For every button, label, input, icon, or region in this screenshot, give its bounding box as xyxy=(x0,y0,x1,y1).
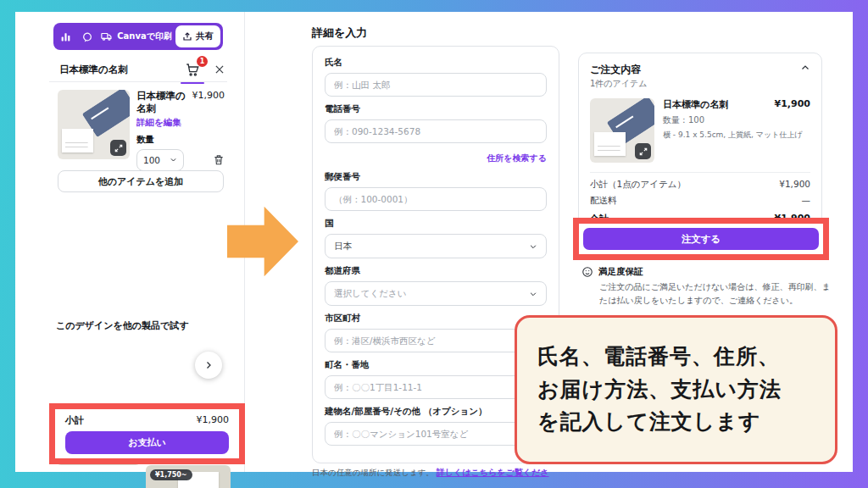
cart-badge: 1 xyxy=(197,56,208,67)
callout-line: 氏名、電話番号、住所、 xyxy=(537,341,815,374)
try-other-products-heading: このデザインを他の製品で試す xyxy=(56,319,189,332)
country-select-value: 日本 xyxy=(334,241,352,252)
panel-title: 日本標準の名刺 xyxy=(59,64,128,76)
cart-item-price: ¥1,900 xyxy=(192,90,225,115)
chevron-down-icon xyxy=(529,242,537,251)
quantity-label: 数量 xyxy=(136,134,225,146)
order-items-count: 1件のアイテム xyxy=(590,78,810,90)
editor-toolbar: Canvaで印刷 共有 xyxy=(53,23,223,50)
other-product-card[interactable]: ¥1,750~ xyxy=(146,465,231,488)
order-shipping-label: 配送料 xyxy=(590,195,617,207)
header-divider xyxy=(49,81,227,82)
shipping-info-link[interactable]: 詳しくはこちらをご覧くださ xyxy=(437,468,549,477)
form-title: 詳細を入力 xyxy=(312,25,367,41)
share-button[interactable]: 共有 xyxy=(175,25,220,47)
shipping-note-text: 日本の任意の場所に発送します。 xyxy=(312,468,437,477)
order-item-quantity: 数量：100 xyxy=(663,114,810,126)
postal-code-input[interactable] xyxy=(325,187,547,211)
print-with-canva[interactable]: Canvaで印刷 xyxy=(97,30,175,43)
guarantee-title: 満足度保証 xyxy=(598,266,643,278)
name-field-label: 氏名 xyxy=(325,57,547,69)
country-field-label: 国 xyxy=(325,218,547,230)
product-thumbnail[interactable] xyxy=(58,90,130,159)
chevron-down-icon xyxy=(529,290,537,298)
order-item: 日本標準の名刺 ¥1,900 数量：100 横 - 9.1 x 5.5cm, 上… xyxy=(590,98,810,163)
cart-item-name: 日本標準の名刺 xyxy=(136,90,190,115)
prefecture-field-label: 都道府県 xyxy=(325,265,547,277)
cart-panel-header: 日本標準の名刺 1 xyxy=(59,59,225,80)
order-item-price: ¥1,900 xyxy=(775,98,810,111)
order-summary-title: ご注文内容 xyxy=(590,63,641,77)
satisfaction-guarantee: 満足度保証 ご注文の品にご満足いただけない場合は、修正、再印刷、または払い戻しを… xyxy=(581,266,831,307)
share-label: 共有 xyxy=(196,30,214,42)
business-card-back xyxy=(62,129,93,152)
close-icon[interactable] xyxy=(214,64,225,75)
building-input[interactable] xyxy=(325,422,547,446)
country-select[interactable]: 日本 xyxy=(325,234,547,258)
cart-icon[interactable]: 1 xyxy=(183,60,202,79)
add-other-item-button[interactable]: 他のアイテムを追加 xyxy=(58,170,224,192)
building-field-label: 建物名/部屋番号/その他 （オプション） xyxy=(325,406,547,418)
quantity-value: 100 xyxy=(143,155,160,165)
order-item-name: 日本標準の名刺 xyxy=(663,98,728,111)
business-card-back xyxy=(594,132,626,156)
screenshot-frame: Canvaで印刷 共有 日本標準の名刺 1 xyxy=(0,0,868,488)
city-field-label: 市区町村 xyxy=(325,313,547,324)
print-label: Canvaで印刷 xyxy=(117,30,172,42)
cart-item: 日本標準の名刺 ¥1,900 詳細を編集 数量 100 xyxy=(136,90,225,171)
annotation-arrow-icon xyxy=(227,202,298,281)
order-summary-card: ご注文内容 1件のアイテム 日本標準の名刺 ¥1,900 xyxy=(578,53,822,238)
annotation-callout: 氏名、電話番号、住所、 お届け方法、支払い方法 を記入して注文します xyxy=(515,315,837,464)
phone-field-label: 電話番号 xyxy=(325,103,547,115)
postal-field-label: 郵便番号 xyxy=(325,171,547,183)
chevron-right-icon xyxy=(203,360,214,370)
order-subtotal-value: ¥1,900 xyxy=(779,179,810,191)
phone-input[interactable] xyxy=(325,119,547,143)
order-shipping-value: — xyxy=(802,195,811,207)
subtotal-value: ¥1,900 xyxy=(197,414,230,427)
prefecture-select-value: 選択してください xyxy=(334,288,406,300)
carousel-next-button[interactable] xyxy=(195,352,222,379)
order-button-label: 注文する xyxy=(682,233,721,246)
order-item-thumbnail[interactable] xyxy=(590,98,654,163)
chevron-up-icon[interactable] xyxy=(800,63,810,73)
price-badge: ¥1,750~ xyxy=(150,469,192,480)
truck-icon xyxy=(100,30,114,43)
subtotal-label: 小計 xyxy=(65,414,84,427)
order-button[interactable]: 注文する xyxy=(583,228,819,250)
pay-highlight-box: 小計 ¥1,900 お支払い xyxy=(49,403,245,464)
order-item-specs: 横 - 9.1 x 5.5cm, 上質紙, マット仕上げ xyxy=(663,130,810,141)
city-input[interactable] xyxy=(325,329,547,352)
callout-line: を記入して注文します xyxy=(537,406,815,439)
trash-icon[interactable] xyxy=(213,153,225,166)
share-icon xyxy=(182,31,192,42)
address-search-link[interactable]: 住所を検索する xyxy=(487,153,547,163)
pay-button[interactable]: お支払い xyxy=(65,431,229,454)
guarantee-text: ご注文の品にご満足いただけない場合は、修正、再印刷、または払い戻しをいたしますの… xyxy=(581,280,831,307)
chart-icon[interactable] xyxy=(56,25,76,47)
comment-icon[interactable] xyxy=(77,25,97,47)
order-divider xyxy=(590,172,810,173)
expand-icon[interactable] xyxy=(110,140,126,156)
app-window: Canvaで印刷 共有 日本標準の名刺 1 xyxy=(15,12,853,472)
order-highlight-box: 注文する xyxy=(573,218,829,260)
prefecture-select[interactable]: 選択してください xyxy=(325,281,547,306)
pay-button-label: お支払い xyxy=(128,436,166,449)
add-other-item-label: 他のアイテムを追加 xyxy=(98,175,184,188)
callout-line: お届け方法、支払い方法 xyxy=(537,374,815,407)
order-subtotal-label: 小計（1点のアイテム） xyxy=(590,179,686,191)
name-input[interactable] xyxy=(325,73,547,97)
expand-icon[interactable] xyxy=(635,143,651,159)
street-input[interactable] xyxy=(325,375,547,399)
smiley-icon xyxy=(581,266,593,278)
edit-details-link[interactable]: 詳細を編集 xyxy=(136,117,225,129)
shipping-note: 日本の任意の場所に発送します。 詳しくはこちらをご覧くださ xyxy=(312,467,566,479)
chevron-down-icon xyxy=(170,156,177,164)
quantity-select[interactable]: 100 xyxy=(136,149,184,171)
address-search-row: 住所を検索する xyxy=(325,148,547,164)
street-field-label: 町名・番地 xyxy=(325,359,547,371)
